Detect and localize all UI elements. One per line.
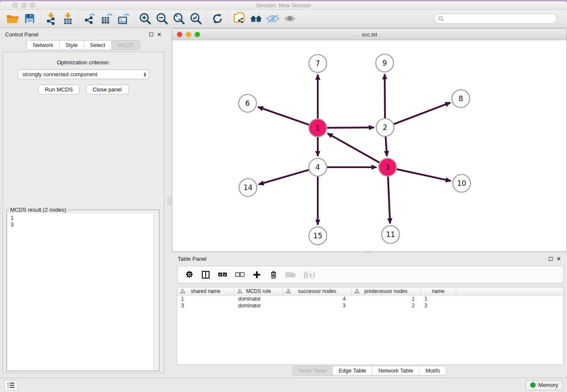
toolbar-separator <box>134 11 135 26</box>
delete-column-button[interactable] <box>269 271 278 279</box>
network-window-titlebar: ✕ – + scc.txt <box>172 29 567 40</box>
edge-3-10[interactable] <box>396 169 451 181</box>
export-image-button[interactable] <box>115 11 132 26</box>
select-all-rows-button[interactable] <box>218 272 227 277</box>
edge-1-6[interactable] <box>258 107 309 125</box>
column-header-MCDS-role[interactable]: MCDS role <box>234 287 283 295</box>
column-header-name[interactable]: name <box>421 287 456 295</box>
tab-network[interactable]: Network <box>27 41 60 50</box>
node-1[interactable]: 1 <box>309 119 327 137</box>
edge-3-1[interactable] <box>328 133 380 163</box>
tab-style[interactable]: Style <box>60 41 84 50</box>
vertical-splitter[interactable] <box>167 28 172 378</box>
edge-3-11[interactable] <box>388 177 390 224</box>
cell: 3 <box>283 303 352 309</box>
edge-2-3[interactable] <box>385 137 387 156</box>
hide-selected-button[interactable] <box>264 11 281 26</box>
export-network-button[interactable] <box>81 11 98 26</box>
edge-2-9[interactable] <box>385 74 385 118</box>
node-9[interactable]: 9 <box>376 54 394 72</box>
node-14[interactable]: 14 <box>239 179 257 196</box>
node-8[interactable]: 8 <box>452 90 470 108</box>
close-panel-button[interactable]: Close panel <box>86 85 129 94</box>
cell: 3 <box>177 303 234 309</box>
zoom-selected-icon <box>190 12 202 25</box>
table-tabs: Node TableEdge TableNetwork TableMotifs <box>292 366 446 375</box>
edge-2-8[interactable] <box>394 102 451 124</box>
show-all-button[interactable] <box>281 11 298 26</box>
column-header-successor-nodes[interactable]: successor nodes <box>283 287 352 295</box>
table-row[interactable]: 3dominator323 <box>177 302 563 309</box>
edge-4-14[interactable] <box>259 170 309 185</box>
home-networks-button[interactable] <box>248 11 264 26</box>
control-panel-tabs: NetworkStyleSelectMCDS <box>27 40 140 50</box>
network-canvas[interactable]: 7968124314101511 <box>172 40 567 251</box>
tab-edge-table[interactable]: Edge Table <box>333 366 372 375</box>
table-row[interactable]: 1dominator411 <box>177 295 563 302</box>
mcds-result-title: MCDS result (2 nodes) <box>8 207 68 213</box>
import-network-button[interactable] <box>43 11 60 26</box>
task-history-button[interactable] <box>4 380 18 390</box>
deselect-all-rows-button[interactable] <box>235 272 245 277</box>
tab-network-table[interactable]: Network Table <box>372 366 419 375</box>
titlebar: Session: New Session <box>0 1 567 10</box>
close-panel-icon[interactable]: ✕ <box>157 33 162 36</box>
splitter-handle[interactable] <box>168 197 171 204</box>
zoom-selected-button[interactable] <box>187 11 204 26</box>
node-7[interactable]: 7 <box>309 55 327 72</box>
column-header-shared-name[interactable]: shared name <box>177 287 234 295</box>
function-builder-button[interactable]: f(x) <box>304 270 315 279</box>
import-table-button[interactable] <box>60 11 77 26</box>
node-6[interactable]: 6 <box>239 94 256 112</box>
zoom-in-button[interactable] <box>137 11 154 26</box>
delete-table-button[interactable] <box>286 271 296 278</box>
add-column-button[interactable] <box>253 271 261 279</box>
result-scrollbar[interactable] <box>153 213 158 370</box>
tab-mcds[interactable]: MCDS <box>112 41 140 50</box>
window-title: Session: New Session <box>0 2 567 8</box>
table-panel-title: Table Panel <box>178 256 206 262</box>
float-table-panel-icon[interactable] <box>549 257 553 261</box>
zoom-fit-icon <box>173 12 185 25</box>
mcds-result-text[interactable]: 1 3 <box>8 213 158 370</box>
columns-icon <box>201 271 210 279</box>
network-graph[interactable]: 7968124314101511 <box>172 40 567 252</box>
tab-motifs[interactable]: Motifs <box>419 366 446 375</box>
mcds-result-group: MCDS result (2 nodes) 1 3 <box>6 210 160 371</box>
search-field[interactable] <box>434 14 557 24</box>
zoom-out-button[interactable] <box>154 11 171 26</box>
memory-button[interactable]: Memory <box>526 380 563 390</box>
node-10[interactable]: 10 <box>453 174 471 192</box>
tab-select[interactable]: Select <box>84 41 112 50</box>
close-table-panel-icon[interactable]: ✕ <box>556 257 561 261</box>
node-2[interactable]: 2 <box>376 119 394 136</box>
run-mcds-button[interactable]: Run MCDS <box>38 85 80 94</box>
cell: dominator <box>234 296 283 302</box>
node-15[interactable]: 15 <box>309 227 327 245</box>
dropdown-stepper-icon: ▲▼ <box>143 72 147 77</box>
delete-table-icon <box>286 271 296 278</box>
toolbar-separator <box>79 11 79 26</box>
tab-node-table[interactable]: Node Table <box>293 366 333 375</box>
trash-icon <box>270 271 277 279</box>
open-session-button[interactable] <box>4 11 21 26</box>
node-3[interactable]: 3 <box>379 158 396 176</box>
first-neighbors-button[interactable] <box>231 11 248 26</box>
svg-text:1: 1 <box>316 124 320 132</box>
table-settings-button[interactable] <box>185 271 193 279</box>
show-column-button[interactable] <box>201 271 210 279</box>
save-session-button[interactable] <box>21 11 38 26</box>
app-window: Session: New Session <box>0 1 567 392</box>
float-panel-icon[interactable] <box>149 33 153 36</box>
export-table-button[interactable] <box>98 11 115 26</box>
edge-1-2[interactable] <box>327 127 374 128</box>
svg-text:9: 9 <box>383 59 387 67</box>
zoom-fit-button[interactable] <box>171 11 187 26</box>
criterion-dropdown[interactable]: strongly connected component ▲▼ <box>18 69 149 79</box>
refresh-button[interactable] <box>209 11 226 26</box>
node-4[interactable]: 4 <box>309 158 327 176</box>
column-header-predecessor-nodes[interactable]: predecessor nodes <box>352 287 421 295</box>
search-input[interactable] <box>446 16 556 22</box>
node-11[interactable]: 11 <box>382 226 399 243</box>
toolbar-separator <box>206 11 207 26</box>
